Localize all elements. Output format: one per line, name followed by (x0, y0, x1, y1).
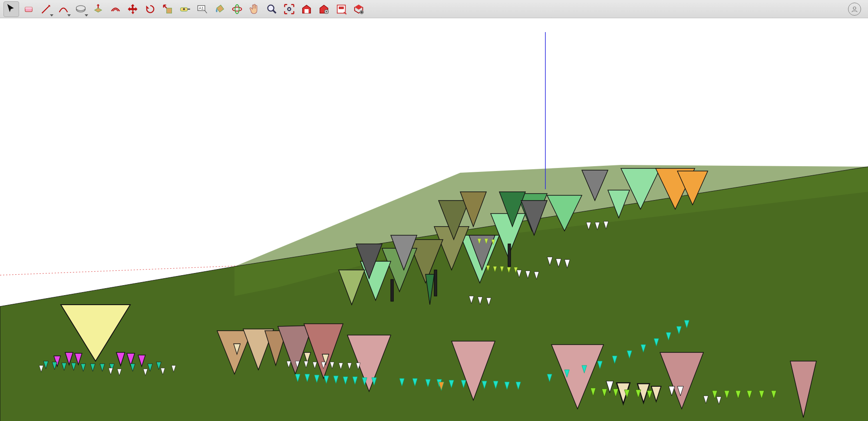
arc-tool[interactable] (56, 1, 71, 17)
shape-tool[interactable] (73, 1, 89, 17)
svg-point-3 (76, 5, 86, 10)
svg-rect-17 (339, 7, 344, 9)
zoom-tool[interactable] (264, 1, 280, 17)
move-tool[interactable] (125, 1, 141, 17)
extension-manager-tool[interactable] (351, 1, 366, 17)
svg-point-9 (233, 7, 242, 11)
svg-rect-50 (508, 244, 511, 266)
zoom-extents-tool[interactable] (281, 1, 297, 17)
svg-rect-1 (25, 7, 32, 9)
svg-point-15 (326, 11, 327, 13)
account-button[interactable] (848, 3, 861, 16)
svg-rect-48 (391, 280, 393, 301)
scale-tool[interactable] (160, 1, 175, 17)
paint-tool[interactable] (212, 1, 228, 17)
svg-point-19 (361, 11, 363, 13)
text-tool[interactable]: A1 (195, 1, 210, 17)
svg-rect-13 (304, 9, 308, 13)
svg-point-10 (235, 4, 239, 13)
svg-rect-49 (434, 270, 437, 296)
model-viewport[interactable] (0, 18, 868, 421)
select-tool[interactable] (3, 1, 19, 17)
eraser-tool[interactable] (21, 1, 36, 17)
warehouse-tool[interactable] (299, 1, 314, 17)
svg-text:A1: A1 (199, 6, 204, 10)
orbit-tool[interactable] (229, 1, 245, 17)
pan-tool[interactable] (247, 1, 262, 17)
tape-tool[interactable] (177, 1, 193, 17)
svg-point-20 (853, 7, 856, 9)
line-tool[interactable] (38, 1, 54, 17)
svg-rect-4 (167, 8, 172, 13)
horizontal-toolbar: A1 (0, 0, 868, 18)
extension-warehouse-tool[interactable] (316, 1, 332, 17)
svg-point-12 (288, 7, 291, 10)
rotate-tool[interactable] (142, 1, 158, 17)
pushpull-tool[interactable] (90, 1, 106, 17)
svg-point-6 (183, 8, 185, 10)
offset-tool[interactable] (108, 1, 123, 17)
layout-tool[interactable] (333, 1, 349, 17)
